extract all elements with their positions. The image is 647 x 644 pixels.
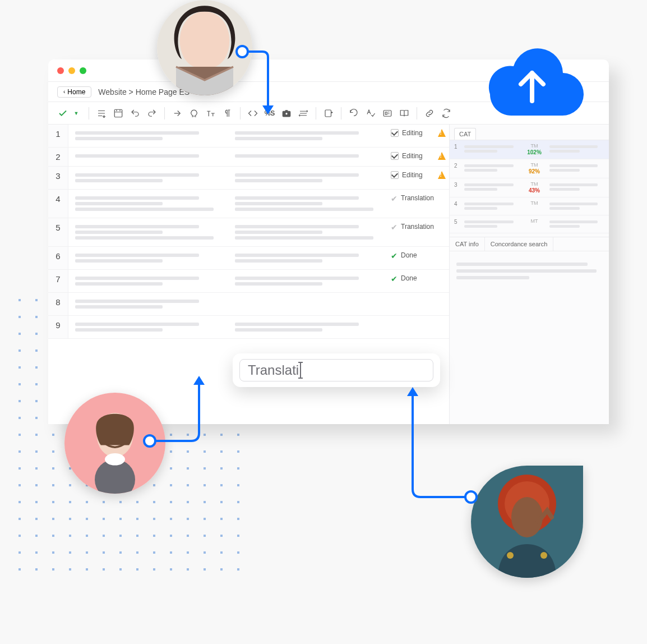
segment-source xyxy=(68,167,228,189)
confirm-check-button[interactable] xyxy=(56,107,70,120)
toolbar-separator xyxy=(341,107,341,119)
window-close-icon[interactable] xyxy=(57,67,64,74)
segment-down-button[interactable] xyxy=(95,107,108,120)
redo-button[interactable] xyxy=(145,107,159,120)
segment-source xyxy=(68,190,228,218)
window-zoom-icon[interactable] xyxy=(80,67,86,74)
segment-target[interactable] xyxy=(228,270,388,292)
screenshot-button[interactable] xyxy=(112,107,125,120)
segment-status xyxy=(387,316,449,338)
segment-target[interactable] xyxy=(228,218,388,246)
segment-row[interactable]: 4✔Translation xyxy=(48,190,449,218)
segment-number: 9 xyxy=(48,316,68,338)
lines-button[interactable] xyxy=(297,107,310,120)
cat-match-row[interactable]: 2TM92% xyxy=(450,159,609,178)
segment-target[interactable] xyxy=(228,148,388,166)
chevron-left-icon: ‹ xyxy=(63,89,65,95)
book-open-button[interactable] xyxy=(398,107,411,120)
cat-match-target xyxy=(549,163,604,173)
status-check-icon: ✔ xyxy=(391,251,398,260)
status-checkbox-icon[interactable] xyxy=(391,129,399,137)
segment-number: 6 xyxy=(48,247,68,269)
segment-source xyxy=(68,316,228,338)
status-checkbox-icon[interactable] xyxy=(391,152,399,160)
segment-target[interactable] xyxy=(228,167,388,189)
segment-row[interactable]: 8 xyxy=(48,293,449,316)
svg-point-17 xyxy=(540,552,547,559)
confirm-dropdown-icon[interactable]: ▼ xyxy=(70,107,83,120)
segment-number: 2 xyxy=(48,148,68,166)
cat-match-list: 1TM102%2TM92%3TM43%4TM5MT xyxy=(450,140,609,233)
cat-match-source xyxy=(464,163,519,173)
segment-target[interactable] xyxy=(228,247,388,269)
cat-match-score: TM xyxy=(523,201,546,206)
spellcheck-button[interactable] xyxy=(364,107,377,120)
goto-button[interactable] xyxy=(170,107,184,120)
segment-status: Editing xyxy=(387,167,449,189)
omega-button[interactable] xyxy=(187,107,201,120)
cat-match-row[interactable]: 5MT xyxy=(450,215,609,233)
segment-row[interactable]: 3Editing xyxy=(48,167,449,190)
segment-row[interactable]: 5✔Translation xyxy=(48,218,449,247)
segment-source xyxy=(68,293,228,315)
cat-match-row[interactable]: 4TM xyxy=(450,197,609,215)
segment-status: ✔Translation xyxy=(387,190,449,218)
warning-icon xyxy=(438,171,446,179)
segment-target[interactable] xyxy=(228,190,388,218)
segment-row[interactable]: 6✔Done xyxy=(48,247,449,270)
segment-status: ✔Translation xyxy=(387,218,449,246)
tab-cat-info[interactable]: CAT info xyxy=(450,237,485,251)
toolbar-separator xyxy=(316,107,316,119)
code-button[interactable] xyxy=(246,107,260,120)
svg-point-11 xyxy=(105,453,125,466)
link-button[interactable] xyxy=(423,107,436,120)
window-controls xyxy=(57,67,86,74)
percent-s-button[interactable]: %S xyxy=(263,107,276,120)
status-check-icon: ✔ xyxy=(391,194,398,203)
segment-source xyxy=(68,148,228,166)
tab-cat[interactable]: CAT xyxy=(454,128,476,140)
pilcrow-button[interactable] xyxy=(221,107,234,120)
segment-status: Editing xyxy=(387,148,449,166)
svg-rect-4 xyxy=(383,110,391,116)
segment-target[interactable] xyxy=(228,316,388,338)
text-size-button[interactable] xyxy=(204,107,218,120)
status-label: Editing xyxy=(402,171,423,179)
segment-row[interactable]: 2Editing xyxy=(48,148,449,167)
svg-point-2 xyxy=(285,112,288,115)
segment-number: 8 xyxy=(48,293,68,315)
toolbar-separator xyxy=(89,107,89,119)
segment-source xyxy=(68,125,228,147)
cat-match-source xyxy=(464,144,519,154)
svg-rect-0 xyxy=(114,109,122,117)
cat-match-score: TM102% xyxy=(523,144,546,155)
tab-concordance[interactable]: Concordance search xyxy=(485,237,554,251)
toolbar-separator xyxy=(417,107,417,119)
segment-row[interactable]: 7✔Done xyxy=(48,270,449,293)
camera-button[interactable] xyxy=(280,107,293,120)
status-checkbox-icon[interactable] xyxy=(391,171,399,179)
home-button-label: Home xyxy=(67,88,85,96)
segment-target[interactable] xyxy=(228,293,388,315)
translation-input[interactable]: Translati xyxy=(239,359,433,381)
cat-info-tabs: CAT info Concordance search xyxy=(450,237,609,251)
cat-match-number: 4 xyxy=(454,201,461,207)
preview-button[interactable] xyxy=(381,107,394,120)
undo-button[interactable] xyxy=(128,107,142,120)
segment-target[interactable] xyxy=(228,125,388,147)
breadcrumb-text: Website > Home Page ES xyxy=(98,88,190,96)
segment-source xyxy=(68,247,228,269)
home-button[interactable]: ‹ Home xyxy=(57,86,91,98)
segment-row[interactable]: 9 xyxy=(48,316,449,339)
window-minimize-icon[interactable] xyxy=(68,67,75,74)
segment-row[interactable]: 1Editing xyxy=(48,125,449,148)
revert-button[interactable] xyxy=(347,107,361,120)
sync-button[interactable] xyxy=(440,107,453,120)
cat-match-row[interactable]: 1TM102% xyxy=(450,140,609,159)
book-plus-button[interactable] xyxy=(322,107,335,120)
cat-match-number: 5 xyxy=(454,219,461,225)
segment-source xyxy=(68,270,228,292)
segment-number: 7 xyxy=(48,270,68,292)
segment-source xyxy=(68,218,228,246)
cat-match-row[interactable]: 3TM43% xyxy=(450,178,609,197)
